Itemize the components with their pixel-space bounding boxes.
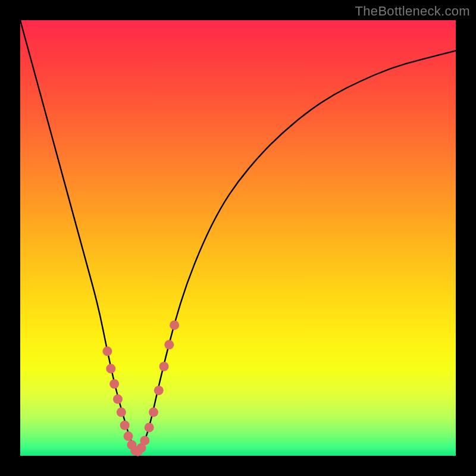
data-marker [109, 379, 119, 389]
data-marker [145, 422, 154, 432]
marker-group [102, 320, 179, 456]
data-marker [102, 346, 112, 356]
bottleneck-curve [20, 20, 456, 449]
data-marker [113, 394, 123, 404]
data-marker [140, 436, 149, 445]
data-marker [164, 340, 174, 349]
chart-svg [20, 20, 456, 456]
data-marker [170, 320, 179, 330]
plot-area [20, 20, 456, 456]
data-marker [154, 386, 164, 395]
data-marker [124, 431, 133, 441]
data-marker [149, 408, 158, 417]
data-marker [159, 362, 169, 371]
data-marker [117, 408, 126, 417]
data-marker [106, 364, 115, 374]
watermark-label: TheBottleneck.com [355, 4, 470, 19]
chart-frame: TheBottleneck.com [0, 0, 476, 476]
data-marker [120, 421, 130, 430]
